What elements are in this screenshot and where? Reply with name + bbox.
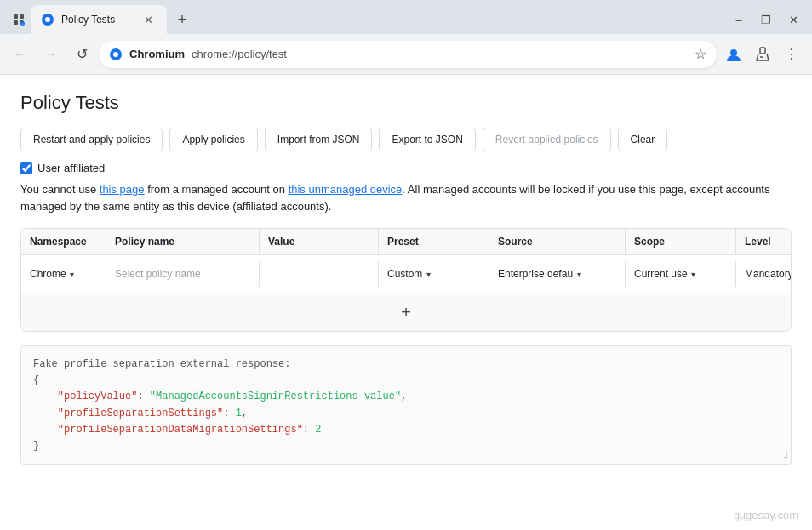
revert-policies-button[interactable]: Revert applied policies [483,128,611,151]
namespace-chevron-icon: ▾ [70,270,74,279]
header-scope: Scope [626,229,736,254]
user-affiliated-label: User affiliated [37,162,105,174]
svg-point-10 [730,49,737,56]
header-namespace: Namespace [21,229,106,254]
code-line-1: Fake profile separation external respons… [33,358,290,370]
code-line-5: "profileSeparationDataMigrationSettings"… [33,424,321,436]
toolbar: Restart and apply policies Apply policie… [20,128,792,151]
warning-link-page[interactable]: this page [100,183,145,196]
svg-rect-1 [20,14,24,19]
svg-rect-2 [14,20,18,25]
apply-policies-button[interactable]: Apply policies [169,128,257,151]
warning-link-device[interactable]: this unmanaged device [289,183,403,196]
clear-button[interactable]: Clear [618,128,668,151]
resize-handle-icon[interactable]: ⌟ [782,444,789,463]
policy-name-cell [106,261,260,287]
header-preset: Preset [379,229,489,254]
experiments-button[interactable] [749,41,776,68]
tab-title: Policy Tests [61,14,133,26]
svg-rect-0 [14,14,18,19]
refresh-button[interactable]: ↺ [68,41,95,68]
omnibox-favicon [109,48,123,61]
scope-select[interactable]: Current use [634,268,688,280]
header-level: Level [736,229,792,254]
omnibox-site-label: Chromium [129,48,185,60]
tab-close-button[interactable]: ✕ [140,11,157,28]
table-row: Chrome ▾ Custom [21,255,791,293]
add-row-section: + [21,293,791,331]
svg-point-9 [113,52,118,57]
svg-point-7 [45,17,50,22]
code-line-6: } [33,440,39,452]
restart-apply-button[interactable]: Restart and apply policies [20,128,163,151]
preset-select[interactable]: Custom [387,268,423,280]
user-affiliated-row: User affiliated [20,162,792,174]
value-input[interactable] [268,268,369,280]
code-output-box[interactable]: Fake profile separation external respons… [20,345,792,465]
profiles-button[interactable] [720,41,747,68]
code-line-4: "profileSeparationSettings": 1, [33,407,248,419]
source-chevron-icon: ▾ [577,270,581,279]
export-json-button[interactable]: Export to JSON [379,128,475,151]
more-options-button[interactable]: ⋮ [778,41,805,68]
level-cell: Mandatory ▾ [736,261,792,287]
value-cell [260,261,379,287]
preset-cell: Custom ▾ [379,261,489,287]
bookmark-star-icon[interactable]: ☆ [695,46,706,62]
namespace-cell: Chrome ▾ [21,261,106,287]
table-header: Namespace Policy name Value Preset Sourc… [21,229,791,255]
namespace-select[interactable]: Chrome [30,268,66,280]
level-select[interactable]: Mandatory [745,268,792,280]
scope-chevron-icon: ▾ [691,270,695,279]
maximize-button[interactable]: ❐ [754,8,778,31]
svg-rect-11 [760,48,765,54]
source-cell: Enterprise defau ▾ [489,261,626,287]
scope-cell: Current use ▾ [626,261,736,287]
minimize-button[interactable]: – [727,8,751,31]
import-json-button[interactable]: Import from JSON [265,128,373,151]
warning-text: You cannot use this page from a managed … [20,181,792,214]
tab-favicon [41,13,54,26]
forward-button[interactable]: → [37,41,65,68]
page-content: Policy Tests Restart and apply policies … [0,75,812,530]
preset-chevron-icon: ▾ [426,270,431,279]
new-tab-button[interactable]: + [170,8,194,31]
page-title: Policy Tests [20,92,792,114]
code-line-2: { [33,374,39,386]
header-value: Value [260,229,379,254]
tab-switcher-button[interactable]: + [7,8,31,31]
source-select[interactable]: Enterprise defau [498,268,574,280]
policy-table: Namespace Policy name Value Preset Sourc… [20,228,792,332]
header-policy-name: Policy name [106,229,260,254]
omnibox[interactable]: Chromium chrome://policy/test ☆ [99,41,717,68]
user-affiliated-checkbox[interactable] [20,162,32,174]
back-button[interactable]: ← [7,41,34,68]
code-line-3: "policyValue": "ManagedAccountsSigninRes… [33,390,407,402]
omnibox-url-label: chrome://policy/test [192,48,688,60]
active-tab[interactable]: Policy Tests ✕ [31,5,167,34]
policy-name-input[interactable] [115,268,250,280]
close-window-button[interactable]: ✕ [781,8,805,31]
add-row-button[interactable]: + [394,300,418,324]
header-source: Source [489,229,626,254]
